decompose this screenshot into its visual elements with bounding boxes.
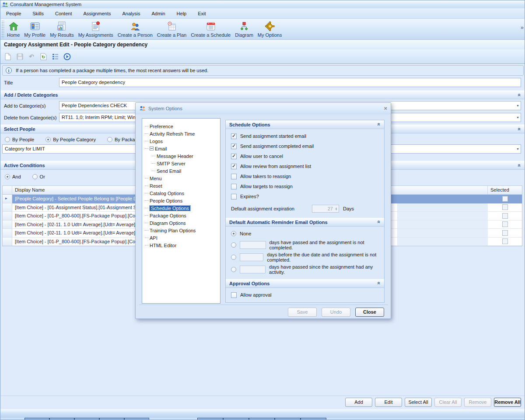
dropdown-arrow-icon[interactable]: ▼ — [516, 104, 519, 107]
radio-or[interactable]: Or — [32, 174, 45, 179]
tree-item-email[interactable]: Email — [145, 145, 220, 152]
row-checkbox[interactable] — [502, 221, 508, 227]
row-checkbox[interactable] — [502, 204, 508, 210]
tree-item-people-options[interactable]: People Options — [145, 197, 220, 204]
row-indicator — [3, 203, 12, 212]
collapse-chevron-icon[interactable]: « — [517, 94, 523, 97]
checkbox-allow-approval[interactable]: Allow approval — [226, 292, 384, 298]
refresh-icon[interactable]: ↻ — [39, 52, 47, 60]
collapse-chevron-icon[interactable]: « — [517, 164, 523, 167]
add-delete-categories-label: Add / Delete Categories — [4, 91, 58, 98]
toolbar-my-options[interactable]: My Options — [256, 19, 284, 39]
toolbar-create-a-plan[interactable]: Create a Plan — [155, 19, 189, 39]
add-delete-categories-header[interactable]: Add / Delete Categories « — [0, 90, 525, 99]
tree-item-send-email[interactable]: Send Email — [145, 167, 220, 175]
radio-reminder-none[interactable]: None — [226, 231, 384, 237]
row-checkbox[interactable] — [502, 238, 508, 244]
menu-item-people[interactable]: People — [0, 9, 27, 18]
reminder-options-group-header[interactable]: Default Automatic Reminder Email Options… — [226, 218, 384, 227]
row-checkbox[interactable] — [502, 196, 508, 202]
expiration-value: 27 — [312, 206, 334, 211]
toolbar-create-a-person[interactable]: Create a Person — [116, 19, 155, 39]
collapse-chevron-icon[interactable]: « — [376, 282, 382, 285]
checkbox-allow-takers-to-reassign[interactable]: Allow takers to reassign — [226, 173, 384, 179]
tree-item-reset[interactable]: Reset — [145, 182, 220, 189]
undo-icon[interactable]: ↶ — [28, 52, 35, 60]
select-all-button[interactable]: Select All — [405, 398, 432, 407]
checkbox-allow-targets-to-reassign[interactable]: Allow targets to reassign — [226, 183, 384, 189]
tree-item-preference[interactable]: Preference — [145, 122, 220, 130]
toolbar-create-a-schedule[interactable]: Create a Schedule — [189, 19, 233, 39]
tree-item-menu[interactable]: Menu — [145, 175, 220, 182]
checkbox-allow-user-to-cancel[interactable]: Allow user to cancel — [226, 153, 384, 159]
system-options-dialog: System Options × Preference Activity Ref… — [135, 102, 391, 319]
radio-and[interactable]: And — [5, 174, 21, 179]
dropdown-arrow-icon[interactable]: ▼ — [516, 147, 519, 150]
menu-item-help[interactable]: Help — [171, 9, 192, 18]
radio-reminder-days-inactive[interactable]: days have passed since the assignment ha… — [226, 266, 384, 273]
radio-label: None — [240, 231, 251, 236]
radio-selected-icon — [46, 137, 51, 142]
menu-item-analysis[interactable]: Analysis — [116, 9, 146, 18]
tree-item-html-editor[interactable]: HTML Editor — [145, 242, 220, 249]
svg-text:↻: ↻ — [42, 55, 45, 60]
run-icon[interactable] — [63, 52, 71, 60]
schedule-options-group-header[interactable]: Schedule Options « — [226, 120, 384, 129]
spinner-arrows-icon[interactable]: ▲▼ — [334, 207, 339, 210]
tree-item-api[interactable]: API — [145, 234, 220, 242]
toolbar-diagram[interactable]: Diagram — [233, 19, 256, 39]
toolbar-my-assignments[interactable]: My Assignments — [76, 19, 116, 39]
grid-column-selected[interactable]: Selected — [488, 186, 522, 194]
checkbox-send-assignment-completed-email[interactable]: Send assignment completed email — [226, 143, 384, 149]
radio-by-people[interactable]: By People — [5, 137, 34, 142]
remove-all-button[interactable]: Remove All — [494, 398, 521, 407]
menu-item-admin[interactable]: Admin — [146, 9, 171, 18]
tree-item-training-plan-options[interactable]: Training Plan Options — [145, 227, 220, 234]
radio-label: days have passed and the assignment is n… — [270, 240, 385, 250]
close-button[interactable]: Close — [355, 308, 384, 317]
tree-item-package-options[interactable]: Package Options — [145, 212, 220, 219]
collapse-chevron-icon[interactable]: « — [517, 128, 523, 131]
title-input[interactable]: People Category dependency — [59, 78, 521, 87]
save-icon[interactable] — [16, 52, 24, 60]
toolbar-home[interactable]: Home — [5, 19, 22, 39]
checkbox-expires[interactable]: Expires? — [226, 193, 384, 200]
tree-item-catalog-options[interactable]: Catalog Options — [145, 189, 220, 197]
checkbox-send-assignment-started-email[interactable]: Send assignment started email — [226, 133, 384, 139]
days-inactive-input[interactable] — [240, 266, 266, 273]
dialog-titlebar[interactable]: System Options × — [136, 103, 391, 114]
menu-item-content[interactable]: Content — [49, 9, 78, 18]
days-passed-input[interactable] — [240, 241, 266, 249]
menu-item-skills[interactable]: Skills — [27, 9, 49, 18]
menu-item-assignments[interactable]: Assignments — [77, 9, 116, 18]
menu-item-exit[interactable]: Exit — [192, 9, 211, 18]
add-button[interactable]: Add — [345, 398, 372, 407]
radio-reminder-days-before-due[interactable]: days before the due date and the assignm… — [226, 253, 384, 261]
tree-item-schedule-options[interactable]: Schedule Options — [145, 204, 220, 212]
edit-button[interactable]: Edit — [375, 398, 402, 407]
tree-item-logos[interactable]: Logos — [145, 137, 220, 145]
collapse-chevron-icon[interactable]: « — [376, 220, 382, 224]
collapse-box-icon[interactable] — [150, 147, 154, 150]
toolbar-my-results[interactable]: My Results — [48, 19, 76, 39]
row-checkbox[interactable] — [502, 213, 508, 219]
approval-options-group-header[interactable]: Approval Options « — [226, 279, 384, 288]
new-document-icon[interactable] — [4, 52, 12, 60]
page-title: Category Assignment Edit - People Catego… — [0, 40, 525, 49]
toolbar-my-profile[interactable]: My Profile — [22, 19, 48, 39]
tree-item-activity-refresh-time[interactable]: Activity Refresh Time — [145, 130, 220, 137]
close-icon[interactable]: × — [384, 105, 387, 112]
expiration-spinner[interactable]: 27 ▲▼ — [312, 205, 339, 213]
tree-item-smtp-server[interactable]: SMTP Server — [145, 160, 220, 167]
radio-reminder-days-passed[interactable]: days have passed and the assignment is n… — [226, 241, 384, 249]
checkbox-allow-review-from-assignment-list[interactable]: Allow review from assignment list — [226, 163, 384, 169]
tree-item-message-header[interactable]: Message Header — [145, 152, 220, 160]
toolbar-overflow-icon[interactable]: » — [521, 24, 524, 31]
days-before-due-input[interactable] — [240, 253, 263, 261]
tree-item-diagram-options[interactable]: Diagram Options — [145, 219, 220, 227]
row-checkbox[interactable] — [502, 230, 508, 236]
list-icon[interactable] — [51, 52, 59, 60]
radio-by-people-category[interactable]: By People Category — [46, 137, 96, 142]
dropdown-arrow-icon[interactable]: ▼ — [516, 116, 519, 119]
collapse-chevron-icon[interactable]: « — [376, 123, 382, 126]
